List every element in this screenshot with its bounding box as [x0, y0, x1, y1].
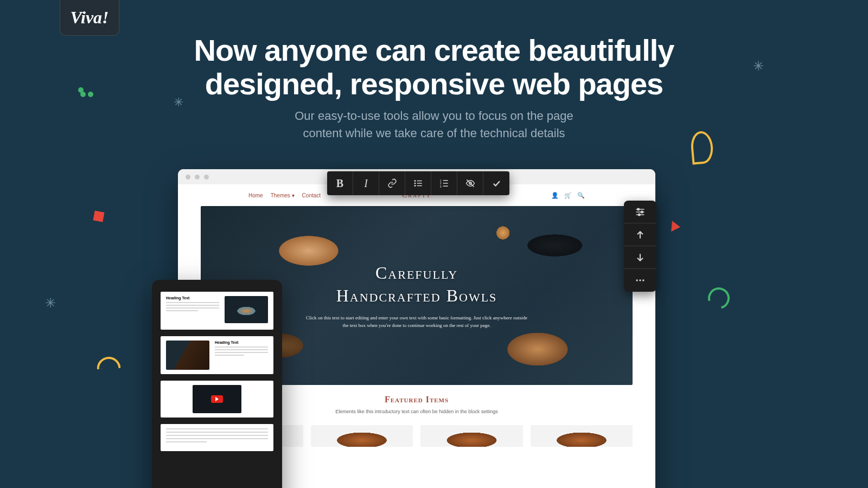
confetti-square — [93, 211, 105, 222]
nav-home[interactable]: Home — [248, 192, 263, 198]
sparkle-icon: ✳ — [753, 59, 764, 74]
ellipsis-icon — [635, 275, 646, 286]
logo[interactable]: Viva! — [60, 0, 119, 36]
search-icon[interactable]: 🔍 — [577, 192, 585, 199]
move-up-button[interactable] — [624, 223, 656, 246]
numbered-list-button[interactable]: 123 — [431, 171, 457, 195]
window-dot — [186, 175, 190, 179]
eye-off-icon — [465, 178, 475, 188]
check-icon — [492, 178, 501, 188]
cart-icon[interactable]: 🛒 — [564, 192, 572, 199]
block-template[interactable]: Heading Text — [161, 336, 273, 374]
sparkle-icon: ✳ — [174, 95, 183, 110]
block-thumbnail — [166, 341, 209, 370]
svg-point-19 — [639, 214, 640, 215]
svg-point-24 — [642, 279, 644, 281]
site-hero-text: Click on this text to start editing and … — [303, 314, 531, 329]
product-card[interactable] — [311, 425, 413, 447]
text-format-toolbar: B I 123 — [327, 171, 509, 195]
site-hero-heading: Carefully Handcrafted Bowls — [336, 262, 497, 307]
sliders-icon — [635, 207, 646, 217]
sparkle-icon: ✳ — [45, 296, 56, 311]
play-icon — [211, 395, 223, 403]
move-down-button[interactable] — [624, 246, 656, 269]
hero-subtitle: Our easy-to-use tools allow you to focus… — [0, 107, 868, 142]
nav-contact[interactable]: Contact — [302, 192, 321, 198]
logo-text: Viva! — [70, 8, 108, 28]
block-heading: Heading Text — [166, 296, 219, 300]
block-template[interactable] — [161, 424, 273, 451]
svg-rect-11 — [443, 186, 448, 187]
link-button[interactable] — [379, 171, 405, 195]
block-thumbnail — [225, 296, 268, 323]
user-icon[interactable]: 👤 — [551, 192, 559, 199]
bold-button[interactable]: B — [327, 171, 353, 195]
block-heading: Heading Text — [215, 341, 268, 344]
svg-rect-10 — [443, 183, 448, 184]
confetti-spiral — [704, 284, 734, 313]
hero-title: Now anyone can create beautifully design… — [0, 34, 868, 100]
svg-rect-5 — [417, 185, 422, 187]
arrow-down-icon — [635, 252, 646, 263]
block-library-panel: Heading Text Heading Text — [152, 280, 282, 488]
svg-point-0 — [414, 180, 416, 182]
block-controls-panel — [624, 201, 656, 292]
svg-point-22 — [636, 279, 638, 281]
svg-rect-9 — [443, 180, 448, 181]
svg-point-23 — [639, 279, 641, 281]
arrow-up-icon — [635, 229, 646, 240]
svg-text:3: 3 — [439, 185, 441, 188]
confetti-triangle — [671, 221, 681, 232]
confetti-dots — [76, 89, 93, 99]
svg-rect-3 — [417, 181, 422, 182]
block-settings-button[interactable] — [624, 201, 656, 223]
svg-point-2 — [414, 185, 416, 187]
confetti-arch — [96, 356, 120, 369]
svg-point-18 — [641, 211, 643, 213]
hide-button[interactable] — [457, 171, 483, 195]
window-dot — [204, 175, 209, 179]
block-template[interactable] — [161, 381, 273, 418]
svg-point-1 — [414, 183, 416, 184]
svg-point-17 — [637, 208, 639, 210]
link-icon — [387, 178, 397, 188]
video-thumbnail — [193, 385, 241, 413]
svg-rect-4 — [417, 183, 422, 184]
product-card[interactable] — [531, 425, 633, 447]
bullet-list-icon — [413, 178, 423, 188]
confirm-button[interactable] — [483, 171, 509, 195]
window-dot — [195, 175, 200, 179]
bullet-list-button[interactable] — [405, 171, 431, 195]
block-template[interactable]: Heading Text — [161, 292, 273, 330]
product-card[interactable] — [420, 425, 523, 447]
numbered-list-icon: 123 — [439, 178, 449, 188]
nav-themes[interactable]: Themes ▾ — [271, 192, 295, 198]
italic-button[interactable]: I — [353, 171, 379, 195]
more-options-button[interactable] — [624, 269, 656, 292]
